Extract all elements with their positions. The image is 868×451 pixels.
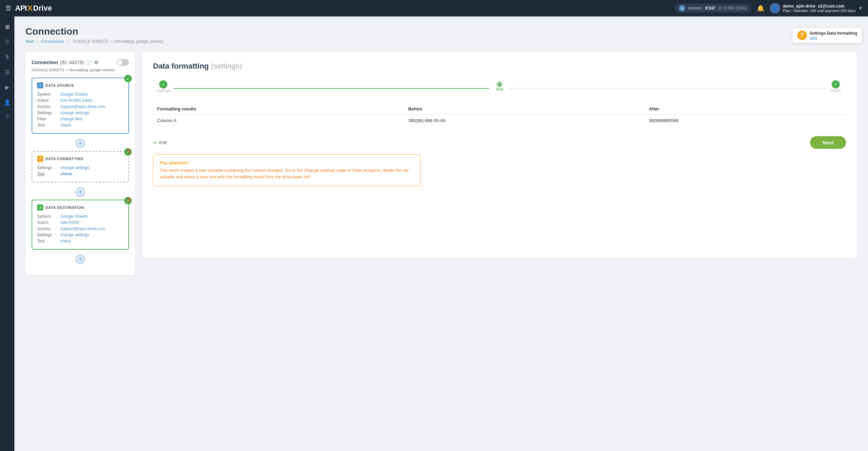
block2-header: 2 DATA FORMATTING [37,156,124,162]
block2-settings-value[interactable]: change settings [60,165,89,170]
help-text: Settings Data formatting Help [810,31,857,40]
block3-action-value[interactable]: Add ROW [60,220,79,225]
attention-text: This block creates a new variable contai… [160,167,414,180]
breadcrumb-connections[interactable]: Connections [41,39,64,44]
block2-title: DATA FORMATTING [45,157,84,161]
connection-icons: 📄 ⚙ [86,60,98,65]
doc-icon[interactable]: 📄 [86,60,92,65]
block2-test-value[interactable]: check [60,171,72,176]
block1-row-test: Test check [37,123,124,128]
add-block-btn-3[interactable]: + [75,254,85,264]
block3-row-access: Access support@apix-drive.com [37,226,124,231]
user-plan: Plan | Standart | left until payment 240… [783,9,856,13]
block3-row-test: Test check [37,239,124,244]
block1-access-value[interactable]: support@apix-drive.com [60,104,105,109]
block1-number: 1 [37,82,43,88]
table-cell-col3: 380968885566 [645,115,846,127]
step-settings-circle: ✓ [159,80,167,88]
info-icon: i [679,5,685,11]
block1-action-value[interactable]: Get ROWS (new) [60,98,92,103]
table-cell-col1: Column A [153,115,404,127]
left-panel: Connection (ID: 44275) 📄 ⚙ GOOGLE SHEETS… [25,52,135,275]
logo[interactable]: API X Drive [15,4,52,13]
avatar: 👤 [770,3,780,13]
help-button[interactable]: ? Settings Data formatting Help [792,27,863,43]
content-area: Connection (ID: 44275) 📄 ⚙ GOOGLE SHEETS… [25,52,857,275]
menu-icon[interactable]: ☰ [5,4,11,12]
step-test-label: Test [496,87,503,91]
breadcrumb-current: GOOGLE SHEETS -> (formatting, google she… [73,39,163,44]
block1-test-value[interactable]: check [60,123,71,128]
connection-subtitle: GOOGLE SHEETS -> (formatting, google she… [32,68,129,72]
block1-row-access: Access support@apix-drive.com [37,104,124,109]
block3-test-value[interactable]: check [60,239,71,244]
logo-drive-text: Drive [33,4,52,13]
block1-filter-value[interactable]: change filter [60,117,83,121]
next-button[interactable]: Next [810,136,846,149]
edit-button[interactable]: ✏ Edit [153,140,167,145]
add-block-btn-2[interactable]: + [75,187,85,197]
user-area[interactable]: 👤 demo_apix-drive_s2@com.com Plan | Stan… [770,3,863,13]
step-finish-label: Finish [831,88,841,93]
sidebar-item-help[interactable]: ? [1,111,13,123]
add-block-btn-1[interactable]: + [75,139,85,148]
block2-delete[interactable]: 🗑 [126,148,132,154]
block3-title: DATA DESTINATION [45,205,84,210]
block3-system-value[interactable]: Google Sheets [60,214,87,219]
block1-checkmark: ✓ [124,75,132,82]
user-email: demo_apix-drive_s2@com.com [783,4,856,9]
logo-api-text: API [15,4,27,13]
block1-row-action: Action Get ROWS (new) [37,98,124,103]
block3-access-value[interactable]: support@apix-drive.com [60,226,105,231]
connection-id: (ID: 44275) [60,60,84,65]
stepper: ✓ Settings Test ✓ Finish [153,80,846,93]
block-data-formatting: ✓ 🗑 2 DATA FORMATTING Settings change se… [32,151,129,182]
block1-settings-value[interactable]: change settings [60,110,89,115]
connection-title: Connection (ID: 44275) 📄 ⚙ [32,60,98,65]
block1-row-filter: Filter change filter [37,117,124,121]
actions-label: Actions: [688,6,703,11]
block3-row-settings: Settings change settings [37,233,124,237]
block3-settings-value[interactable]: change settings [60,233,89,237]
table-row: Column A 380(96)-888-55-66 380968885566 [153,115,846,127]
sidebar-item-dashboard[interactable]: ⊞ [1,21,13,33]
block-data-source: ✓ 1 DATA SOURCE System Google Sheets Act… [32,78,129,134]
col-header-2: Before [404,104,645,115]
block3-delete[interactable]: 🗑 [126,197,132,203]
block-data-destination: ✓ 🗑 3 DATA DESTINATION System Google She… [32,200,129,250]
sidebar-item-billing[interactable]: $ [1,51,13,63]
block1-row-system: System Google Sheets [37,92,124,97]
panel-title-sub: (settings) [211,62,242,70]
step-finish-circle: ✓ [832,80,840,88]
step-settings: ✓ Settings [153,80,174,93]
sidebar-item-media[interactable]: ▶ [1,81,13,93]
attention-title: Pay attention! [160,160,414,165]
step-finish: ✓ Finish [825,80,846,93]
topnav-left: ☰ API X Drive [5,4,52,13]
col-header-1: Formatting results [153,104,404,115]
block3-header: 3 DATA DESTINATION [37,204,124,211]
gear-icon[interactable]: ⚙ [94,60,98,65]
block1-row-settings: Settings change settings [37,110,124,115]
panel-title: Data formatting (settings) [153,62,846,71]
block2-number: 2 [37,156,43,162]
step-test: Test [489,82,510,91]
chevron-down-icon: ▼ [858,6,863,11]
block1-system-value[interactable]: Google Sheets [60,92,87,97]
block3-number: 3 [37,204,43,211]
breadcrumb-main[interactable]: Main [25,39,34,44]
edit-row: ✏ Edit Next [153,133,846,154]
actions-count: 8'247 [705,6,716,11]
block2-row-test: Test check [37,171,124,176]
toggle-switch[interactable] [116,59,129,66]
page-title: Connection [25,26,857,37]
sidebar-item-tasks[interactable]: ☰ [1,66,13,78]
sidebar-item-account[interactable]: 👤 [1,96,13,108]
topnav-right: i Actions: 8'247 of 15'000 (55%) 🔔 👤 dem… [675,3,863,13]
user-info: demo_apix-drive_s2@com.com Plan | Standa… [783,4,856,13]
block1-header: 1 DATA SOURCE [37,82,124,88]
sidebar-item-connections[interactable]: ⠿ [1,36,13,48]
step-settings-label: Settings [156,88,170,93]
actions-total: of 15'000 (55%) [718,6,747,11]
bell-icon[interactable]: 🔔 [757,4,764,12]
